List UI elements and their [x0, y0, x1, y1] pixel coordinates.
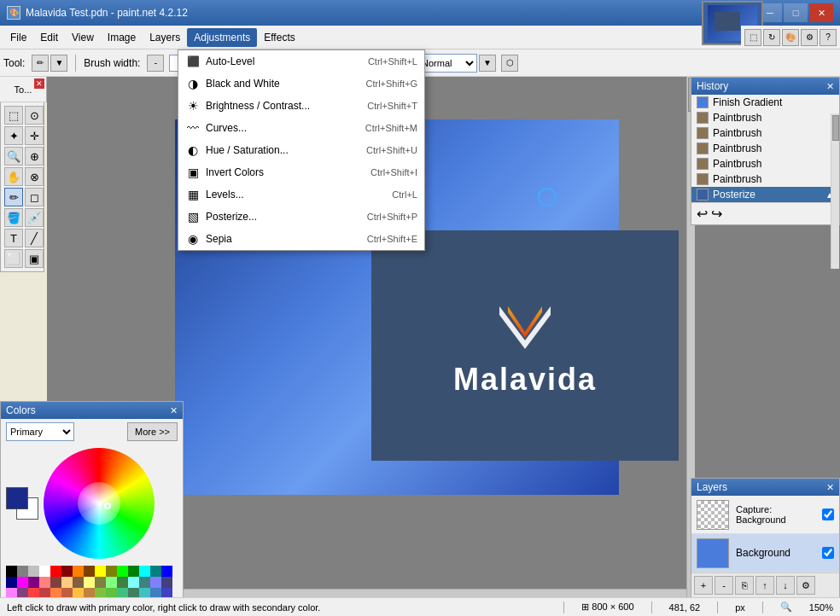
history-item-3[interactable]: Paintbrush	[691, 141, 839, 156]
tool-btn-select[interactable]: ⬚	[744, 29, 761, 46]
menu-image[interactable]: Image	[101, 28, 143, 47]
tool-btn-rotate[interactable]: ↻	[763, 29, 780, 46]
tool-btn-color[interactable]: 🎨	[782, 29, 799, 46]
menu-effects[interactable]: Effects	[257, 28, 301, 47]
tool-paintbrush[interactable]: ✏	[4, 188, 23, 206]
layer-item-1[interactable]: Background	[691, 534, 839, 572]
tool-lasso[interactable]: ⊙	[25, 106, 44, 125]
layer-item-0[interactable]: Capture: Background	[691, 496, 839, 534]
palette-color-swatch[interactable]	[139, 566, 150, 577]
palette-color-swatch[interactable]	[106, 577, 117, 588]
palette-color-swatch[interactable]	[39, 566, 50, 577]
tool-btn-settings[interactable]: ⚙	[801, 29, 818, 46]
menu-layers[interactable]: Layers	[143, 28, 187, 47]
palette-color-swatch[interactable]	[17, 566, 28, 577]
palette-color-swatch[interactable]	[17, 577, 28, 588]
menu-adjustments[interactable]: Adjustments	[187, 28, 257, 47]
palette-color-swatch[interactable]	[28, 566, 39, 577]
history-scroll-thumb[interactable]	[832, 115, 839, 141]
tool-btn-help[interactable]: ?	[820, 29, 837, 46]
history-item-4[interactable]: Paintbrush	[691, 156, 839, 171]
layer-visibility-0[interactable]	[822, 508, 834, 520]
tool-fill[interactable]: 🪣	[4, 208, 23, 227]
palette-color-swatch[interactable]	[128, 566, 139, 577]
tool-eyedropper[interactable]: 💉	[25, 208, 44, 227]
blend-arrow[interactable]: ▼	[479, 55, 496, 72]
layer-move-down-button[interactable]: ↓	[776, 576, 795, 595]
palette-color-swatch[interactable]	[95, 566, 106, 577]
palette-color-swatch[interactable]	[50, 577, 61, 588]
palette-color-swatch[interactable]	[139, 577, 150, 588]
menu-curves[interactable]: 〰 Curves... Ctrl+Shift+M	[178, 117, 424, 139]
palette-color-swatch[interactable]	[84, 577, 95, 588]
tool-rectangle-select[interactable]: ⬚	[4, 106, 23, 125]
brush-decrease[interactable]: -	[147, 55, 164, 72]
tool-magic-wand[interactable]: ✦	[4, 126, 23, 145]
layer-duplicate-button[interactable]: ⎘	[735, 576, 754, 595]
history-item-5[interactable]: Paintbrush	[691, 171, 839, 187]
palette-color-swatch[interactable]	[6, 566, 17, 577]
alpha-btn[interactable]: ⬡	[501, 55, 518, 72]
tool-clone[interactable]: ⊗	[25, 167, 44, 186]
palette-color-swatch[interactable]	[117, 577, 128, 588]
palette-color-swatch[interactable]	[28, 577, 39, 588]
history-close-button[interactable]: ✕	[826, 81, 834, 92]
palette-color-swatch[interactable]	[61, 566, 73, 577]
palette-color-swatch[interactable]	[161, 577, 172, 588]
history-scrollbar[interactable]	[831, 113, 839, 269]
palette-color-swatch[interactable]	[84, 566, 95, 577]
menu-posterize[interactable]: ▧ Posterize... Ctrl+Shift+P	[178, 206, 424, 228]
menu-edit[interactable]: Edit	[33, 28, 65, 47]
colors-close-button[interactable]: ✕	[170, 405, 178, 416]
palette-color-swatch[interactable]	[61, 577, 73, 588]
tool-line[interactable]: ╱	[25, 229, 44, 247]
palette-color-swatch[interactable]	[128, 577, 139, 588]
tool-text[interactable]: T	[4, 229, 23, 247]
menu-levels[interactable]: ▦ Levels... Ctrl+L	[178, 183, 424, 206]
close-button[interactable]: ✕	[809, 3, 833, 22]
palette-color-swatch[interactable]	[39, 577, 50, 588]
active-tool-display[interactable]: ✏	[32, 55, 49, 72]
menu-hue-sat[interactable]: ◐ Hue / Saturation... Ctrl+Shift+U	[178, 139, 424, 161]
layer-properties-button[interactable]: ⚙	[796, 576, 815, 595]
history-item-2[interactable]: Paintbrush	[691, 125, 839, 141]
layer-visibility-1[interactable]	[822, 547, 834, 559]
menu-sepia[interactable]: ◉ Sepia Ctrl+Shift+E	[178, 228, 424, 250]
tool-shapes[interactable]: ⬜	[4, 249, 23, 268]
history-item-0[interactable]: Finish Gradient	[691, 95, 839, 110]
menu-invert[interactable]: ▣ Invert Colors Ctrl+Shift+I	[178, 161, 424, 183]
tool-eraser[interactable]: ◻	[25, 188, 44, 206]
menu-auto-level[interactable]: ⬛ Auto-Level Ctrl+Shift+L	[178, 50, 424, 73]
tool-zoom[interactable]: 🔍	[4, 147, 23, 166]
color-wheel[interactable]	[44, 448, 155, 559]
palette-color-swatch[interactable]	[95, 577, 106, 588]
foreground-color-swatch[interactable]	[6, 487, 28, 509]
menu-file[interactable]: File	[3, 28, 33, 47]
menu-brightness-contrast[interactable]: ☀ Brightness / Contrast... Ctrl+Shift+T	[178, 95, 424, 117]
palette-color-swatch[interactable]	[73, 577, 84, 588]
blend-dropdown[interactable]: Normal Multiply Screen	[417, 54, 477, 73]
palette-color-swatch[interactable]	[73, 566, 84, 577]
layer-delete-button[interactable]: -	[715, 576, 733, 595]
layer-move-up-button[interactable]: ↑	[755, 576, 774, 595]
undo-button[interactable]: ↩	[697, 206, 708, 222]
palette-color-swatch[interactable]	[117, 566, 128, 577]
tool-arrow[interactable]: ▼	[50, 55, 67, 72]
color-mode-dropdown[interactable]: Primary Secondary	[6, 422, 74, 441]
layer-add-button[interactable]: +	[694, 576, 713, 595]
tool-zoom-in[interactable]: ⊕	[25, 147, 44, 166]
history-item-1[interactable]: Paintbrush	[691, 110, 839, 125]
menu-black-white[interactable]: ◑ Black and White Ctrl+Shift+G	[178, 73, 424, 95]
history-item-6[interactable]: Posterize ▲	[691, 187, 839, 202]
palette-color-swatch[interactable]	[150, 566, 161, 577]
toolbox-close-button[interactable]: ✕	[34, 78, 44, 89]
redo-button[interactable]: ↪	[711, 206, 722, 222]
tool-gradient[interactable]: ▣	[25, 249, 44, 268]
maximize-button[interactable]: □	[784, 3, 808, 22]
palette-color-swatch[interactable]	[6, 577, 17, 588]
palette-color-swatch[interactable]	[50, 566, 61, 577]
more-colors-button[interactable]: More >>	[127, 422, 178, 441]
palette-color-swatch[interactable]	[106, 566, 117, 577]
palette-color-swatch[interactable]	[150, 577, 161, 588]
palette-color-swatch[interactable]	[161, 566, 172, 577]
